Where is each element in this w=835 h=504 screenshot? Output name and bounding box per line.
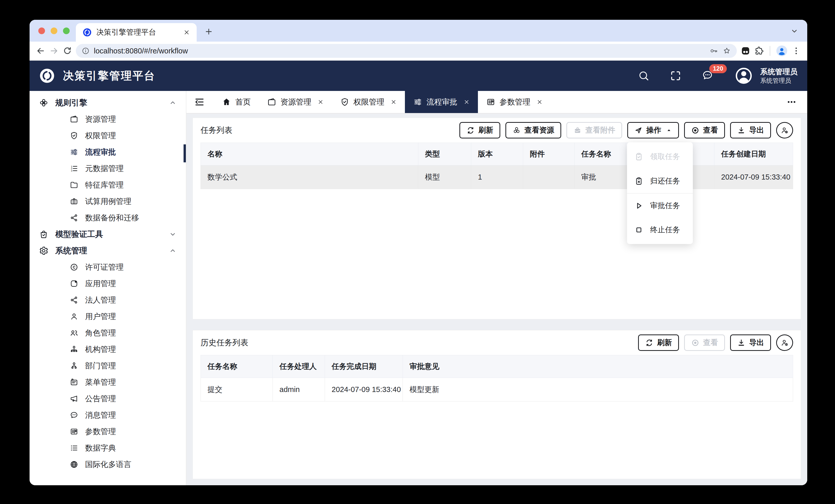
content-area: 任务列表 刷新 <box>186 113 807 485</box>
column-header[interactable]: 版本 <box>471 143 523 165</box>
sidebar-item[interactable]: 资源管理 <box>29 111 186 127</box>
sidebar-group-header[interactable]: 系统管理 <box>29 243 186 259</box>
toolbar-button[interactable]: 刷新 <box>460 122 500 139</box>
sidebar-group-header[interactable]: 规则引擎 <box>29 94 186 111</box>
sidebar-item[interactable]: 部门管理 <box>29 358 186 374</box>
column-header[interactable]: 名称 <box>201 143 418 165</box>
column-header[interactable]: 附件 <box>523 143 575 165</box>
chev-down-icon[interactable] <box>169 230 177 238</box>
user-info[interactable]: 系统管理员 系统管理员 <box>760 67 797 85</box>
page-tab[interactable]: 资源管理 <box>259 91 332 113</box>
table-row[interactable]: 数学公式模型1审批2024-07-09 15:33:40 <box>201 165 793 189</box>
close-tab-icon[interactable] <box>183 29 190 36</box>
toolbar-button[interactable]: 查看 <box>684 122 725 139</box>
new-tab-button[interactable] <box>204 27 213 36</box>
reload-icon[interactable] <box>62 46 72 56</box>
sidebar-item[interactable]: 试算用例管理 <box>29 193 186 210</box>
close-window-button[interactable] <box>38 27 45 34</box>
site-info-icon[interactable] <box>81 47 90 55</box>
fullscreen-icon[interactable] <box>670 70 681 82</box>
sidebar-item[interactable]: 机构管理 <box>29 341 186 358</box>
download-icon <box>737 339 746 347</box>
bookmark-star-icon[interactable] <box>722 46 731 55</box>
toolbar-button[interactable]: 导出 <box>730 122 771 139</box>
sidebar-item[interactable]: 数据字典 <box>29 440 186 456</box>
address-bar[interactable]: localhost:8080/#/re/workflow <box>76 44 737 58</box>
table-row[interactable]: 提交admin2024-07-09 15:33:40模型更新 <box>201 378 793 401</box>
user-avatar[interactable] <box>734 66 754 86</box>
sidebar-group-header[interactable]: 模型验证工具 <box>29 226 186 243</box>
close-tab-icon[interactable] <box>318 99 324 105</box>
browser-profile-avatar[interactable] <box>776 45 788 57</box>
tab-search-icon[interactable] <box>790 27 798 35</box>
toolbar-button[interactable]: 查看资源 <box>505 122 561 139</box>
column-header[interactable]: 任务完成日期 <box>325 355 403 378</box>
sidebar-item[interactable]: 权限管理 <box>29 127 186 144</box>
extension-app-icon[interactable] <box>740 46 751 56</box>
extensions-puzzle-icon[interactable] <box>754 46 764 56</box>
sidebar-item[interactable]: 许可证管理 <box>29 259 186 275</box>
button-label: 操作 <box>646 125 661 135</box>
sidebar-item[interactable]: 参数管理 <box>29 423 186 440</box>
sidebar-item[interactable]: 数据备份和迁移 <box>29 210 186 226</box>
chat-icon <box>70 411 78 419</box>
sidebar-item[interactable]: 消息管理 <box>29 407 186 423</box>
toolbar-button[interactable]: 查看附件 <box>566 122 622 139</box>
menu-item[interactable]: 归还任务 <box>627 169 693 193</box>
minimize-window-button[interactable] <box>50 27 57 34</box>
column-header[interactable]: 任务创建日期 <box>714 143 793 165</box>
sidebar-item[interactable]: 菜单管理 <box>29 374 186 391</box>
collapse-sidebar-icon[interactable] <box>194 97 205 107</box>
toolbar-button[interactable]: 导出 <box>730 334 771 351</box>
close-tab-icon[interactable] <box>464 99 470 105</box>
sidebar-item[interactable]: 国际化多语言 <box>29 456 186 472</box>
browser-tab[interactable]: 决策引擎管理平台 <box>76 23 197 42</box>
sidebar-item-label: 元数据管理 <box>85 163 124 174</box>
browser-menu-icon[interactable] <box>791 46 801 56</box>
more-tabs-icon[interactable] <box>786 97 797 107</box>
page-tab[interactable]: 首页 <box>213 91 259 113</box>
chev-up-icon[interactable] <box>169 99 177 107</box>
column-header[interactable]: 任务名称 <box>575 143 626 165</box>
sidebar-item[interactable]: 角色管理 <box>29 325 186 341</box>
page-tab-label: 首页 <box>235 97 251 107</box>
forward-icon[interactable] <box>49 46 59 56</box>
zoom-window-button[interactable] <box>63 27 70 34</box>
column-header[interactable]: 审批意见 <box>403 355 793 378</box>
sidebar-item[interactable]: 用户管理 <box>29 308 186 325</box>
sidebar-item[interactable]: 公告管理 <box>29 391 186 407</box>
column-header[interactable]: 任务处理人 <box>273 355 325 378</box>
toolbar-button[interactable] <box>776 122 793 139</box>
column-header[interactable]: 类型 <box>418 143 471 165</box>
table-cell: 数学公式 <box>201 165 418 189</box>
column-header[interactable]: 任务名称 <box>201 355 273 378</box>
sidebar-item[interactable]: 流程审批 <box>29 144 186 160</box>
toolbar-button[interactable]: 操作 <box>627 122 679 139</box>
page-tab[interactable]: 权限管理 <box>332 91 405 113</box>
sidebar-item-label: 法人管理 <box>85 295 116 306</box>
page-tab[interactable]: 参数管理 <box>478 91 551 113</box>
close-tab-icon[interactable] <box>390 99 397 105</box>
sidebar-item[interactable]: 123 元数据管理 <box>29 160 186 177</box>
toolbar-button[interactable]: 查看 <box>684 334 725 351</box>
menu-item[interactable]: 终止任务 <box>627 217 693 242</box>
search-icon[interactable] <box>638 70 650 82</box>
table-cell: admin <box>273 378 325 401</box>
messages-button[interactable]: 120 <box>701 69 713 82</box>
sidebar-item[interactable]: 法人管理 <box>29 292 186 308</box>
page-tab[interactable]: 流程审批 <box>405 91 478 113</box>
password-key-icon[interactable] <box>710 46 718 55</box>
menu-item[interactable]: 审批任务 <box>627 193 693 217</box>
sidebar-item[interactable]: 特征库管理 <box>29 177 186 193</box>
back-icon[interactable] <box>36 46 45 56</box>
task-table: 名称类型版本附件任务名称任务处理人任务创建日期 数学公式模型1审批2024-07… <box>201 143 793 189</box>
menu-item[interactable]: 领取任务 <box>627 144 693 169</box>
close-tab-icon[interactable] <box>536 99 543 105</box>
menu-item-label: 审批任务 <box>650 201 680 211</box>
sidebar-item[interactable]: 应用管理 <box>29 275 186 292</box>
toolbar-button[interactable] <box>776 334 793 351</box>
toolbar-button[interactable]: 刷新 <box>638 334 679 351</box>
button-label: 查看 <box>703 338 718 348</box>
sliders-icon <box>413 97 422 107</box>
chev-up-icon[interactable] <box>169 247 177 255</box>
